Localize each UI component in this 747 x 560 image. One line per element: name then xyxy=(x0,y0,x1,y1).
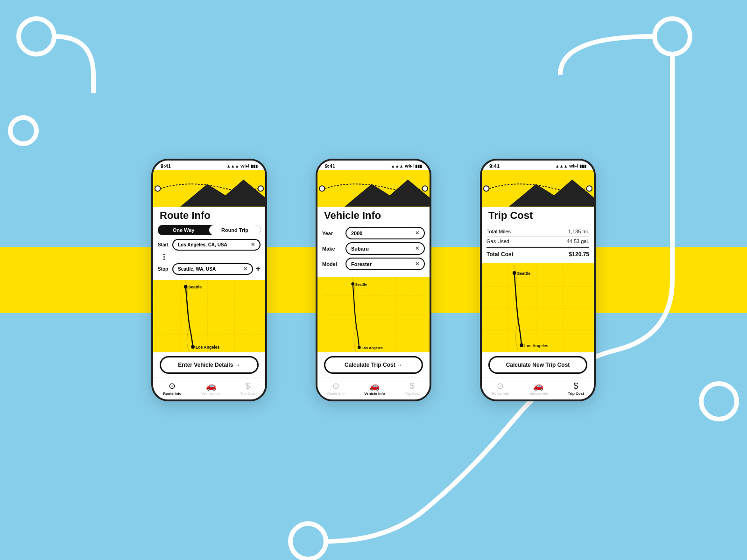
time-2: 9:41 xyxy=(325,163,335,169)
phone-1-header: Route Info xyxy=(153,207,265,223)
svg-point-2 xyxy=(655,19,690,54)
year-label: Year xyxy=(322,231,342,236)
cost-row-total: Total Cost $120.75 xyxy=(486,247,589,259)
title-1: Route Info xyxy=(160,210,259,221)
nav-cost-icon-1: $ xyxy=(246,381,250,391)
nav-route-icon-3: ⊙ xyxy=(497,381,504,391)
bottom-nav-1: ⊙ Route Info 🚗 Vehicle Info $ Trip Cost xyxy=(153,378,265,399)
notch-2 xyxy=(357,161,390,169)
svg-rect-36 xyxy=(482,265,594,351)
svg-point-0 xyxy=(19,19,54,54)
svg-point-7 xyxy=(258,186,264,191)
nav-cost-icon-2: $ xyxy=(410,381,415,391)
nav-cost-1[interactable]: $ Trip Cost xyxy=(240,381,255,396)
year-row: Year 2000 ✕ xyxy=(322,227,425,239)
nav-cost-label-2: Trip Cost xyxy=(405,392,420,396)
notch-3 xyxy=(521,161,554,169)
phone-2-content: Vehicle Info Year 2000 ✕ Make Subaru ✕ xyxy=(317,170,430,399)
year-clear[interactable]: ✕ xyxy=(415,230,419,236)
svg-point-3 xyxy=(290,524,326,559)
map-main-2: Seattle Los Angeles xyxy=(317,277,430,352)
nav-vehicle-label-1: Vehicle Info xyxy=(201,392,220,396)
map-top-3 xyxy=(482,170,594,207)
route-controls: One Way Round Trip Start Los Angeles, CA… xyxy=(153,223,265,280)
model-select[interactable]: Forester ✕ xyxy=(345,258,425,270)
phone-3-content: Trip Cost Total Miles 1,135 mi. Gas Used… xyxy=(482,170,594,399)
nav-vehicle-3[interactable]: 🚗 Vehicle Info xyxy=(529,381,548,396)
svg-point-4 xyxy=(701,384,737,419)
svg-point-21 xyxy=(423,186,428,191)
phones-container: 9:41 ▲▲▲ WiFi ▮▮▮ xyxy=(151,159,596,401)
enter-vehicle-btn[interactable]: Enter Vehicle Details → xyxy=(160,356,259,374)
calculate-cost-btn[interactable]: Calculate Trip Cost → xyxy=(324,356,423,374)
nav-route-label-1: Route Info xyxy=(163,392,182,396)
model-label: Model xyxy=(322,261,342,267)
nav-route-3[interactable]: ⊙ Route Info xyxy=(492,381,509,396)
model-row: Model Forester ✕ xyxy=(322,258,425,270)
btn-area-3: Calculate New Trip Cost xyxy=(482,352,594,378)
svg-rect-22 xyxy=(324,277,423,352)
cost-value-gas: 44.53 gal. xyxy=(567,238,589,244)
trip-type-toggle[interactable]: One Way Round Trip xyxy=(158,225,261,235)
svg-point-29 xyxy=(351,282,354,286)
phone-2-header: Vehicle Info xyxy=(317,207,430,223)
nav-cost-icon-3: $ xyxy=(573,381,578,391)
svg-point-45 xyxy=(520,343,523,347)
nav-cost-label-1: Trip Cost xyxy=(240,392,255,396)
btn-area-1: Enter Vehicle Details → xyxy=(153,352,265,378)
phone-route-info: 9:41 ▲▲▲ WiFi ▮▮▮ xyxy=(151,159,267,401)
start-input[interactable]: Los Angeles, CA, USA ✕ xyxy=(172,239,261,251)
stop-input[interactable]: Seattle, WA, USA ✕ xyxy=(172,263,253,275)
arrow-1 xyxy=(280,263,303,297)
cost-value-total: $120.75 xyxy=(569,251,589,258)
svg-point-20 xyxy=(319,186,325,191)
nav-route-2[interactable]: ⊙ Route Info xyxy=(327,381,345,396)
svg-text:Seattle: Seattle xyxy=(517,271,530,276)
svg-point-34 xyxy=(484,186,489,191)
phone-3-header: Trip Cost xyxy=(482,207,594,223)
year-select[interactable]: 2000 ✕ xyxy=(345,227,425,239)
svg-point-31 xyxy=(358,346,361,349)
nav-vehicle-label-2: Vehicle Info xyxy=(364,392,385,396)
model-clear[interactable]: ✕ xyxy=(415,261,419,267)
phone-vehicle-info: 9:41 ▲▲▲ WiFi ▮▮▮ Vehicle Info xyxy=(316,159,431,401)
nav-vehicle-icon-3: 🚗 xyxy=(533,381,543,391)
make-select[interactable]: Subaru ✕ xyxy=(345,242,425,255)
cost-value-miles: 1,135 mi. xyxy=(568,229,589,234)
nav-vehicle-label-3: Vehicle Info xyxy=(529,392,548,396)
stop-label: Stop xyxy=(158,266,170,272)
status-icons-1: ▲▲▲ WiFi ▮▮▮ xyxy=(226,164,258,168)
add-stop-btn[interactable]: + xyxy=(255,264,261,274)
svg-text:Los Angeles: Los Angeles xyxy=(361,346,382,350)
nav-vehicle-1[interactable]: 🚗 Vehicle Info xyxy=(201,381,220,396)
nav-cost-2[interactable]: $ Trip Cost xyxy=(405,381,420,396)
cost-row-gas: Gas Used 44.53 gal. xyxy=(486,237,589,246)
route-dots xyxy=(158,253,170,261)
arrow-2 xyxy=(444,263,467,297)
time-3: 9:41 xyxy=(489,163,500,169)
nav-vehicle-2[interactable]: 🚗 Vehicle Info xyxy=(364,381,385,396)
nav-route-1[interactable]: ⊙ Route Info xyxy=(163,381,182,396)
nav-route-label-2: Route Info xyxy=(327,392,345,396)
new-trip-btn[interactable]: Calculate New Trip Cost xyxy=(488,356,587,374)
nav-cost-3[interactable]: $ Trip Cost xyxy=(568,381,584,396)
svg-text:Los Angeles: Los Angeles xyxy=(196,345,219,350)
map-top-2 xyxy=(317,170,430,207)
one-way-btn[interactable]: One Way xyxy=(158,225,209,235)
svg-text:Seattle: Seattle xyxy=(188,285,202,290)
svg-point-17 xyxy=(191,345,195,349)
start-clear-btn[interactable]: ✕ xyxy=(251,242,255,248)
nav-route-label-3: Route Info xyxy=(492,392,509,396)
round-trip-btn[interactable]: Round Trip xyxy=(209,225,261,235)
nav-vehicle-icon-2: 🚗 xyxy=(369,381,380,391)
title-3: Trip Cost xyxy=(488,210,587,221)
stop-clear-btn[interactable]: ✕ xyxy=(243,266,247,272)
svg-point-15 xyxy=(184,285,188,289)
time-1: 9:41 xyxy=(161,163,171,169)
make-clear[interactable]: ✕ xyxy=(415,245,419,252)
status-icons-3: ▲▲▲ WiFi ▮▮▮ xyxy=(555,164,586,168)
make-label: Make xyxy=(322,246,342,252)
map-top-1 xyxy=(153,170,265,207)
vehicle-controls: Year 2000 ✕ Make Subaru ✕ Model xyxy=(317,223,430,277)
notch-1 xyxy=(193,161,226,169)
